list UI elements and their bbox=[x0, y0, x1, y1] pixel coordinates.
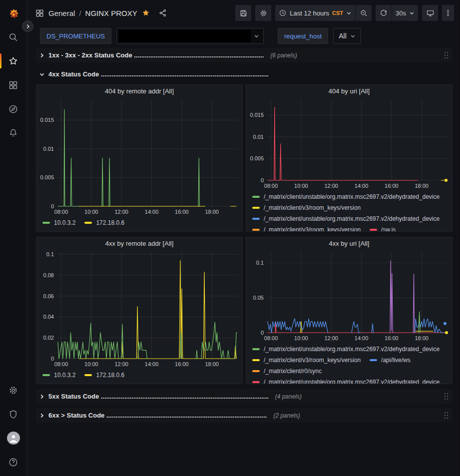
legend-label: /_matrix/client/unstable/org.matrix.msc2… bbox=[264, 377, 440, 384]
refresh-interval-label: 30s bbox=[396, 9, 406, 17]
timeseries-chart[interactable]: 08:0010:0012:0014:0016:0018:0000.0050.01… bbox=[36, 96, 242, 216]
active-indicator bbox=[0, 53, 1, 68]
legend-item[interactable]: /_matrix/client/unstable/org.matrix.msc2… bbox=[252, 377, 440, 384]
legend-item[interactable]: 172.18.0.6 bbox=[84, 370, 124, 381]
legend-item[interactable]: /_matrix/client/r0/sync bbox=[252, 366, 322, 377]
legend-item[interactable]: /sw.js bbox=[370, 224, 396, 231]
svg-text:18:00: 18:00 bbox=[205, 361, 219, 367]
svg-text:0.02: 0.02 bbox=[43, 335, 54, 341]
legend-item[interactable]: /_matrix/client/v3/room_keys/version bbox=[252, 202, 361, 213]
breadcrumb-section[interactable]: General bbox=[48, 9, 75, 17]
dashboard-body: 1xx - 3xx - 2xx Status Code ............… bbox=[27, 46, 460, 476]
svg-text:16:00: 16:00 bbox=[175, 209, 189, 215]
legend-label: /_matrix/client/unstable/org.matrix.msc2… bbox=[264, 213, 440, 224]
star-icon bbox=[8, 56, 18, 66]
variables-bar: DS_PROMETHEUS request_host All bbox=[27, 26, 460, 46]
page-title[interactable]: NGINX PROXY bbox=[85, 9, 137, 17]
more-options-button[interactable] bbox=[442, 5, 454, 21]
zoom-out-time-button[interactable] bbox=[356, 5, 372, 21]
gear-icon bbox=[259, 9, 268, 17]
time-range-picker[interactable]: Last 12 hours CST bbox=[275, 5, 355, 21]
svg-text:0.005: 0.005 bbox=[250, 155, 264, 161]
sidebar-item-profile[interactable] bbox=[0, 426, 27, 450]
svg-text:08:00: 08:00 bbox=[264, 335, 278, 341]
chevron-right-icon bbox=[25, 24, 30, 29]
drag-handle-icon[interactable] bbox=[443, 411, 450, 420]
svg-text:16:00: 16:00 bbox=[385, 335, 399, 341]
legend-swatch bbox=[252, 348, 260, 350]
svg-text:12:00: 12:00 bbox=[324, 183, 338, 189]
grafana-logo[interactable] bbox=[6, 5, 20, 25]
save-icon bbox=[239, 9, 248, 17]
svg-text:0.06: 0.06 bbox=[43, 293, 54, 299]
panel-title[interactable]: 4xx by remote addr [All] bbox=[36, 237, 242, 248]
timeseries-chart[interactable]: 08:0010:0012:0014:0016:0018:0000.050.1 bbox=[246, 248, 452, 343]
refresh-button[interactable] bbox=[376, 5, 392, 21]
svg-text:12:00: 12:00 bbox=[114, 209, 128, 215]
share-icon[interactable] bbox=[158, 8, 167, 17]
tv-mode-button[interactable] bbox=[422, 5, 438, 21]
chevron-right-icon bbox=[39, 413, 45, 419]
sidebar-item-alerting[interactable] bbox=[0, 121, 27, 145]
legend-item[interactable]: 172.18.0.6 bbox=[84, 217, 124, 228]
sidebar-bottom bbox=[0, 378, 27, 476]
refresh-icon bbox=[380, 9, 388, 17]
dashboard-settings-button[interactable] bbox=[255, 5, 271, 21]
panel-title[interactable]: 404 by uri [All] bbox=[246, 85, 452, 96]
legend-swatch bbox=[252, 207, 260, 209]
row-5xx[interactable]: 5xx Status Code ........................… bbox=[36, 389, 453, 404]
row-title: 6xx > Status Code ......................… bbox=[48, 412, 267, 419]
legend-item[interactable]: /_matrix/client/v3/room_keys/version bbox=[252, 224, 361, 231]
save-dashboard-button[interactable] bbox=[235, 5, 251, 21]
panel-legend: /_matrix/client/unstable/org.matrix.msc2… bbox=[246, 190, 452, 231]
legend-label: /_matrix/client/v3/room_keys/version bbox=[264, 202, 361, 213]
legend-item[interactable]: /_matrix/client/unstable/org.matrix.msc2… bbox=[252, 191, 440, 202]
svg-text:0.08: 0.08 bbox=[43, 272, 54, 278]
sidebar-item-explore[interactable] bbox=[0, 97, 27, 121]
legend-item[interactable]: /api/live/ws bbox=[370, 355, 411, 366]
sidebar-item-help[interactable] bbox=[0, 450, 27, 474]
row-title: 1xx - 3xx - 2xx Status Code ............… bbox=[48, 51, 264, 59]
svg-text:0: 0 bbox=[261, 330, 264, 336]
chevron-down-icon bbox=[409, 10, 415, 16]
dashboards-grid-icon bbox=[35, 8, 44, 18]
toolbar: Last 12 hours CST bbox=[235, 5, 454, 21]
row-1xx-3xx-2xx[interactable]: 1xx - 3xx - 2xx Status Code ............… bbox=[36, 48, 453, 62]
main-content: General / NGINX PROXY bbox=[27, 0, 460, 476]
variable-datasource-select[interactable] bbox=[116, 28, 264, 44]
drag-handle-icon[interactable] bbox=[443, 50, 450, 60]
timeseries-chart[interactable]: 08:0010:0012:0014:0016:0018:0000.020.040… bbox=[36, 248, 242, 369]
legend-item[interactable]: 10.0.3.2 bbox=[42, 217, 75, 228]
search-icon bbox=[8, 32, 18, 42]
bell-icon bbox=[8, 128, 18, 138]
timeseries-chart[interactable]: 08:0010:0012:0014:0016:0018:0000.0050.01… bbox=[246, 96, 452, 190]
legend-item[interactable]: /_matrix/client/v3/room_keys/version bbox=[252, 355, 361, 366]
row-6xx[interactable]: 6xx > Status Code ......................… bbox=[36, 408, 453, 423]
svg-text:0.01: 0.01 bbox=[43, 146, 54, 152]
sidebar-item-dashboards[interactable] bbox=[0, 73, 27, 97]
variable-request-host-value: All bbox=[339, 32, 347, 40]
legend-item[interactable]: /_matrix/client/unstable/org.matrix.msc2… bbox=[252, 344, 440, 355]
panel-legend: 10.0.3.2172.18.0.6 bbox=[36, 216, 242, 231]
svg-text:0.1: 0.1 bbox=[46, 251, 54, 257]
svg-text:18:00: 18:00 bbox=[415, 335, 429, 341]
panel-legend: 10.0.3.2172.18.0.6 bbox=[36, 369, 242, 384]
svg-text:0.1: 0.1 bbox=[256, 260, 264, 266]
panel-title[interactable]: 404 by remote addr [All] bbox=[36, 85, 242, 96]
zoom-out-icon bbox=[360, 9, 368, 17]
variable-request-host-select[interactable]: All bbox=[333, 28, 361, 44]
sidebar-item-server-admin[interactable] bbox=[0, 402, 27, 426]
legend-item[interactable]: /_matrix/client/unstable/org.matrix.msc2… bbox=[252, 213, 440, 224]
sidebar-item-starred[interactable] bbox=[0, 49, 27, 73]
breadcrumb: General / NGINX PROXY bbox=[35, 8, 167, 18]
sidebar-expand-button[interactable] bbox=[22, 20, 33, 32]
panel-title[interactable]: 4xx by uri [All] bbox=[246, 237, 452, 248]
drag-handle-icon[interactable] bbox=[443, 392, 450, 401]
refresh-interval-picker[interactable]: 30s bbox=[392, 5, 418, 21]
favorite-star-icon[interactable] bbox=[141, 8, 150, 17]
row-4xx[interactable]: 4xx Status Code ........................… bbox=[36, 67, 453, 81]
legend-label: 172.18.0.6 bbox=[96, 370, 124, 381]
legend-label: /sw.js bbox=[381, 224, 396, 231]
legend-item[interactable]: 10.0.3.2 bbox=[42, 370, 75, 381]
sidebar-item-configuration[interactable] bbox=[0, 378, 27, 402]
